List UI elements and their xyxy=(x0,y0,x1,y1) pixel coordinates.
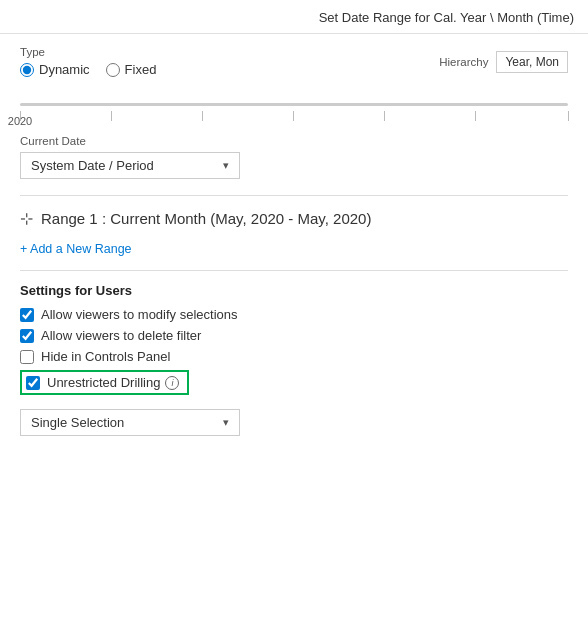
settings-title: Settings for Users xyxy=(20,283,568,298)
dynamic-radio-label[interactable]: Dynamic xyxy=(20,62,90,77)
allow-modify-label: Allow viewers to modify selections xyxy=(41,307,238,322)
allow-delete-checkbox[interactable] xyxy=(20,329,34,343)
fixed-label: Fixed xyxy=(125,62,157,77)
type-radio-group: Dynamic Fixed xyxy=(20,62,156,77)
hide-controls-row: Hide in Controls Panel xyxy=(20,349,568,364)
slider-year-label: 2020 xyxy=(8,115,32,127)
info-icon[interactable]: i xyxy=(165,376,179,390)
hide-controls-label: Hide in Controls Panel xyxy=(41,349,170,364)
current-date-arrow-icon: ▾ xyxy=(223,159,229,172)
type-label: Type xyxy=(20,46,156,58)
fixed-radio[interactable] xyxy=(106,63,120,77)
slider-track xyxy=(20,103,568,106)
range-icon: ⊹ xyxy=(20,211,33,227)
unrestricted-drilling-text: Unrestricted Drilling xyxy=(47,375,160,390)
date-slider[interactable]: 2020 xyxy=(20,91,568,121)
range-row: ⊹ Range 1 : Current Month (May, 2020 - M… xyxy=(20,210,568,227)
fixed-radio-label[interactable]: Fixed xyxy=(106,62,157,77)
single-selection-arrow-icon: ▾ xyxy=(223,416,229,429)
allow-modify-row: Allow viewers to modify selections xyxy=(20,307,568,322)
current-date-value: System Date / Period xyxy=(31,158,154,173)
add-range-button[interactable]: + Add a New Range xyxy=(20,242,132,256)
unrestricted-drilling-row: Unrestricted Drilling i xyxy=(20,370,189,395)
page-title: Set Date Range for Cal. Year \ Month (Ti… xyxy=(0,0,588,34)
current-date-label: Current Date xyxy=(20,135,568,147)
unrestricted-drilling-label: Unrestricted Drilling i xyxy=(47,375,179,390)
single-selection-value: Single Selection xyxy=(31,415,124,430)
range-text[interactable]: Range 1 : Current Month (May, 2020 - May… xyxy=(41,210,371,227)
hide-controls-checkbox[interactable] xyxy=(20,350,34,364)
allow-delete-label: Allow viewers to delete filter xyxy=(41,328,201,343)
single-selection-dropdown[interactable]: Single Selection ▾ xyxy=(20,409,240,436)
dynamic-radio[interactable] xyxy=(20,63,34,77)
divider-1 xyxy=(20,195,568,196)
hierarchy-label: Hierarchy xyxy=(439,56,488,68)
current-date-dropdown[interactable]: System Date / Period ▾ xyxy=(20,152,240,179)
hierarchy-value[interactable]: Year, Mon xyxy=(496,51,568,73)
allow-delete-row: Allow viewers to delete filter xyxy=(20,328,568,343)
settings-section: Settings for Users Allow viewers to modi… xyxy=(20,270,568,436)
dynamic-label: Dynamic xyxy=(39,62,90,77)
unrestricted-drilling-checkbox[interactable] xyxy=(26,376,40,390)
allow-modify-checkbox[interactable] xyxy=(20,308,34,322)
